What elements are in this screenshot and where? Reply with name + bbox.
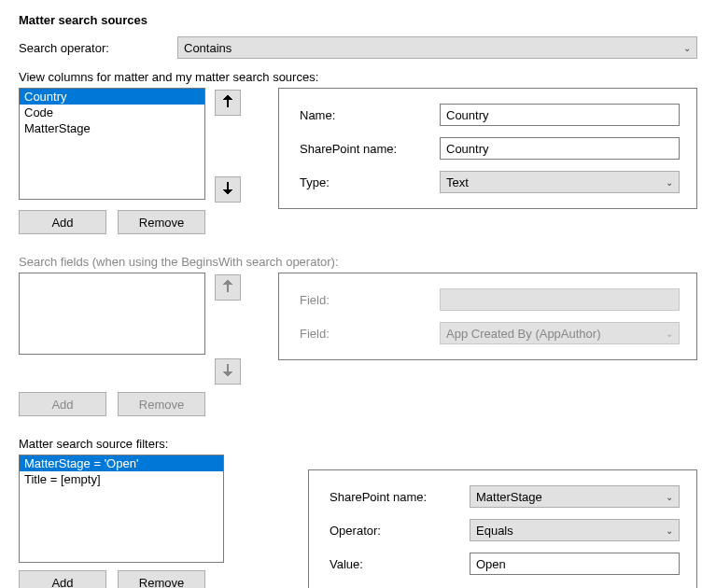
type-label: Type: <box>300 175 440 189</box>
field1-label: Field: <box>300 293 440 307</box>
list-item[interactable]: Code <box>20 105 204 120</box>
search-fields-block: Search fields (when using the BeginsWith… <box>19 255 697 416</box>
sharepoint-name-label: SharePoint name: <box>300 142 440 156</box>
search-operator-value: Contains <box>184 41 232 55</box>
name-input[interactable] <box>440 104 680 126</box>
list-item[interactable]: Title = [empty] <box>20 471 223 487</box>
add-column-button[interactable]: Add <box>19 210 106 234</box>
chevron-down-icon: ⌄ <box>666 492 673 502</box>
name-label: Name: <box>300 108 440 122</box>
column-detail-panel: Name: SharePoint name: Type: Text ⌄ <box>278 88 697 209</box>
chevron-down-icon: ⌄ <box>666 525 673 536</box>
filter-op-value: Equals <box>476 524 513 538</box>
sharepoint-name-input[interactable] <box>440 137 680 160</box>
move-down-button[interactable]: 🠇 <box>215 176 241 203</box>
view-columns-label: View columns for matter and my matter se… <box>19 70 697 84</box>
arrow-down-icon: 🠇 <box>220 182 235 197</box>
field2-label: Field: <box>300 327 440 341</box>
search-fields-listbox <box>19 273 205 355</box>
list-item[interactable]: MatterStage <box>20 120 204 136</box>
list-item[interactable]: Country <box>20 89 204 105</box>
field2-value: App Created By (AppAuthor) <box>446 327 600 341</box>
chevron-down-icon: ⌄ <box>666 329 673 339</box>
arrow-down-icon: 🠇 <box>220 364 235 379</box>
type-select[interactable]: Text ⌄ <box>440 171 680 193</box>
add-filter-button[interactable]: Add <box>19 570 106 588</box>
filter-val-label: Value: <box>330 557 470 571</box>
move-up-button[interactable]: 🠅 <box>215 90 241 116</box>
remove-column-button[interactable]: Remove <box>118 210 205 234</box>
filter-detail-panel: SharePoint name: MatterStage ⌄ Operator:… <box>308 469 697 588</box>
view-columns-block: View columns for matter and my matter se… <box>19 70 697 234</box>
filter-val-input[interactable] <box>470 553 680 575</box>
search-operator-row: Search operator: Contains ⌄ <box>19 36 697 59</box>
chevron-down-icon: ⌄ <box>683 43 691 53</box>
search-fields-label: Search fields (when using the BeginsWith… <box>19 255 697 269</box>
arrow-up-icon: 🠅 <box>220 95 235 110</box>
filter-op-label: Operator: <box>330 524 470 538</box>
view-columns-listbox[interactable]: Country Code MatterStage <box>19 88 205 200</box>
field-detail-panel: Field: Field: App Created By (AppAuthor)… <box>278 273 697 360</box>
filters-block: Matter search source filters: MatterStag… <box>19 437 697 588</box>
filters-listbox[interactable]: MatterStage = 'Open' Title = [empty] <box>19 455 224 563</box>
list-item[interactable]: MatterStage = 'Open' <box>20 455 223 471</box>
remove-filter-button[interactable]: Remove <box>118 570 205 588</box>
field2-select: App Created By (AppAuthor) ⌄ <box>440 322 680 344</box>
add-field-button: Add <box>19 392 106 416</box>
filter-sp-value: MatterStage <box>476 490 542 504</box>
search-operator-select[interactable]: Contains ⌄ <box>177 36 697 59</box>
chevron-down-icon: ⌄ <box>666 177 673 188</box>
arrow-up-icon: 🠅 <box>220 280 235 295</box>
filter-op-select[interactable]: Equals ⌄ <box>470 519 680 541</box>
type-value: Text <box>446 175 469 189</box>
filters-label: Matter search source filters: <box>19 437 697 451</box>
section-title: Matter search sources <box>19 13 697 27</box>
move-down-button: 🠇 <box>215 358 241 385</box>
filter-sp-select[interactable]: MatterStage ⌄ <box>470 485 680 508</box>
move-up-button: 🠅 <box>215 274 241 301</box>
remove-field-button: Remove <box>118 392 205 416</box>
search-operator-label: Search operator: <box>19 41 177 55</box>
filter-sp-label: SharePoint name: <box>330 490 470 504</box>
field1-input <box>440 288 680 311</box>
